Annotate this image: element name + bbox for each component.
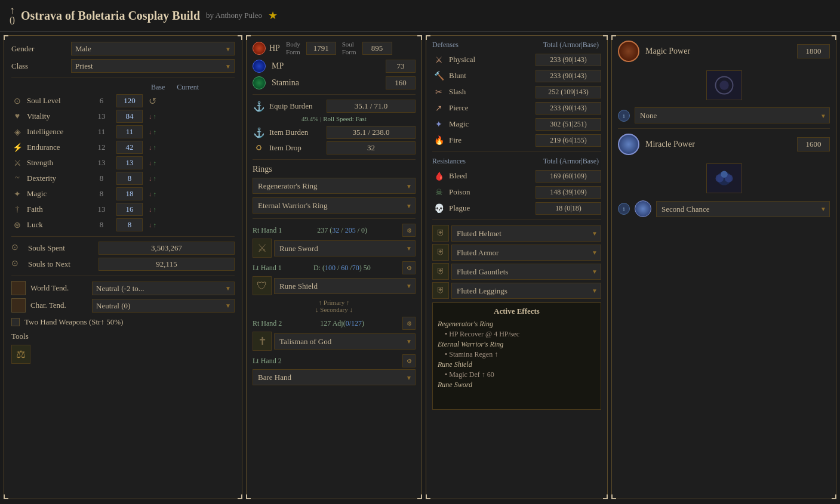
faith-down-arrow[interactable]: ↓ (149, 206, 152, 213)
equip-burden-value: 35.1 / 71.0 (327, 100, 416, 113)
mp-label: MP (272, 61, 382, 71)
rt-hand2-info-btn[interactable]: ⚙ (402, 317, 416, 330)
strength-input[interactable] (116, 156, 143, 169)
intelligence-up-arrow[interactable]: ↑ (153, 128, 157, 135)
magic-label: Magic (27, 189, 87, 199)
lt-hand2-info-btn[interactable]: ⚙ (402, 354, 416, 367)
faith-up-arrow[interactable]: ↑ (153, 206, 157, 213)
helmet-select-wrapper[interactable]: Fluted Helmet (451, 225, 601, 242)
dexterity-up-arrow[interactable]: ↑ (153, 175, 157, 182)
armor-select[interactable]: Fluted Armor (451, 245, 601, 261)
miracle-info-btn[interactable]: i (618, 203, 630, 215)
magic-def-icon: ✦ (432, 118, 445, 131)
souls-next-value: 92,115 (99, 258, 235, 271)
dexterity-input[interactable] (116, 172, 143, 185)
gauntlets-select-wrapper[interactable]: Fluted Gauntlets (451, 264, 601, 280)
rt-hand1-info-btn[interactable]: ⚙ (402, 224, 416, 237)
endurance-input[interactable] (116, 141, 143, 154)
miracle-power-row: Miracle Power 1600 (618, 134, 830, 155)
soul-level-input[interactable] (116, 94, 143, 107)
luck-input[interactable] (116, 218, 143, 231)
magic-current[interactable] (116, 187, 146, 200)
strength-up-arrow[interactable]: ↑ (153, 159, 157, 166)
miracle-select-wrapper[interactable]: Second Chance (656, 201, 830, 217)
luck-current[interactable] (116, 218, 146, 231)
res-poison: ☠ Poison 148 (39|109) (432, 185, 601, 199)
char-tend-icon (11, 298, 26, 313)
intelligence-current[interactable] (116, 125, 146, 138)
vitality-down-arrow[interactable]: ↓ (149, 113, 152, 120)
lt-hand2-select-wrapper[interactable]: Bare Hand (253, 369, 416, 385)
vitality-current[interactable] (116, 110, 146, 123)
class-select[interactable]: Priest (71, 59, 235, 73)
lt-hand2-select[interactable]: Bare Hand (253, 369, 416, 385)
gender-select[interactable]: MaleFemale (71, 42, 235, 55)
rt-hand2-select[interactable]: Talisman of God (274, 333, 416, 350)
armor-select-wrapper[interactable]: Fluted Armor (451, 245, 601, 261)
lt-hand1-header: Lt Hand 1 D: (100 / 60 /70) 50 ⚙ (253, 261, 416, 274)
gender-select-wrapper[interactable]: MaleFemale (71, 42, 235, 55)
rt-hand1-select[interactable]: Rune Sword (274, 240, 416, 256)
intelligence-input[interactable] (116, 125, 143, 138)
endurance-down-arrow[interactable]: ↓ (149, 144, 152, 151)
strength-down-arrow[interactable]: ↓ (149, 159, 152, 166)
scales-tool-icon[interactable]: ⚖ (11, 345, 30, 364)
leggings-select[interactable]: Fluted Leggings (451, 283, 601, 299)
magic-down-arrow[interactable]: ↓ (149, 190, 152, 197)
physical-value: 233 (90|143) (536, 54, 601, 66)
ring1-select[interactable]: Regenerator's Ring (253, 178, 416, 194)
blunt-icon: 🔨 (432, 69, 445, 82)
two-hand-label: Two Hand Weapons (Str↑ 50%) (24, 317, 123, 327)
magic-def-value: 302 (51|251) (536, 118, 601, 131)
spell-select-wrapper[interactable]: None (635, 107, 830, 123)
stat-row-magic: ✦ Magic 8 ↓ ↑ (11, 187, 235, 200)
soul-level-reset[interactable]: ↺ (146, 95, 159, 107)
world-tend-select[interactable]: Neutral (-2 to... (92, 282, 235, 295)
class-select-wrapper[interactable]: Priest (71, 59, 235, 73)
vitality-up-arrow[interactable]: ↑ (153, 113, 157, 120)
spell-info-btn[interactable]: i (618, 110, 630, 122)
rt-hand2-select-wrapper[interactable]: Talisman of God (274, 333, 416, 350)
lt-hand1-select[interactable]: Rune Shield (274, 278, 416, 294)
vitality-input[interactable] (116, 110, 143, 123)
strength-base: 13 (87, 158, 116, 168)
world-tend-select-wrapper[interactable]: Neutral (-2 to... (92, 282, 235, 295)
left-panel: Gender MaleFemale Class Priest Base Curr… (4, 35, 242, 499)
rt-hand1-select-wrapper[interactable]: Rune Sword (274, 240, 416, 256)
soul-level-current[interactable] (116, 94, 146, 107)
char-tend-select[interactable]: Neutral (0) (92, 299, 235, 313)
endurance-current[interactable] (116, 141, 146, 154)
favorite-star-icon[interactable]: ★ (268, 9, 278, 22)
slash-label: Slash (449, 87, 536, 97)
ring1-select-wrapper[interactable]: Regenerator's Ring (253, 178, 416, 194)
armor-icon: ⛨ (432, 244, 449, 261)
dexterity-current[interactable] (116, 172, 146, 185)
luck-up-arrow[interactable]: ↑ (153, 221, 157, 228)
gauntlets-select[interactable]: Fluted Gauntlets (451, 264, 601, 280)
faith-current[interactable] (116, 203, 146, 216)
physical-icon: ⚔ (432, 53, 445, 66)
miracle-select[interactable]: Second Chance (656, 201, 830, 217)
helmet-select[interactable]: Fluted Helmet (451, 225, 601, 242)
ring2-select-wrapper[interactable]: Eternal Warrior's Ring (253, 197, 416, 214)
lt-hand1-info-btn[interactable]: ⚙ (402, 261, 416, 274)
spell-select[interactable]: None (635, 107, 830, 123)
luck-down-arrow[interactable]: ↓ (149, 221, 152, 228)
soul-form-label: SoulForm (342, 41, 356, 56)
endurance-up-arrow[interactable]: ↑ (153, 144, 157, 151)
intelligence-down-arrow[interactable]: ↓ (149, 128, 152, 135)
strength-current[interactable] (116, 156, 146, 169)
physical-label: Physical (449, 55, 536, 64)
faith-input[interactable] (116, 203, 143, 216)
char-tend-select-wrapper[interactable]: Neutral (0) (92, 299, 235, 313)
magic-up-arrow[interactable]: ↑ (153, 190, 157, 197)
magic-input[interactable] (116, 187, 143, 200)
lt-hand1-select-wrapper[interactable]: Rune Shield (274, 278, 416, 294)
hp-row: HP BodyForm 1791 SoulForm 895 (253, 41, 416, 56)
dexterity-down-arrow[interactable]: ↓ (149, 175, 152, 182)
ring2-select[interactable]: Eternal Warrior's Ring (253, 197, 416, 214)
two-hand-checkbox[interactable] (11, 318, 20, 326)
equip-burden-icon: ⚓ (253, 100, 266, 113)
leggings-select-wrapper[interactable]: Fluted Leggings (451, 283, 601, 299)
up-arrow-icon: ↑ (10, 5, 15, 16)
